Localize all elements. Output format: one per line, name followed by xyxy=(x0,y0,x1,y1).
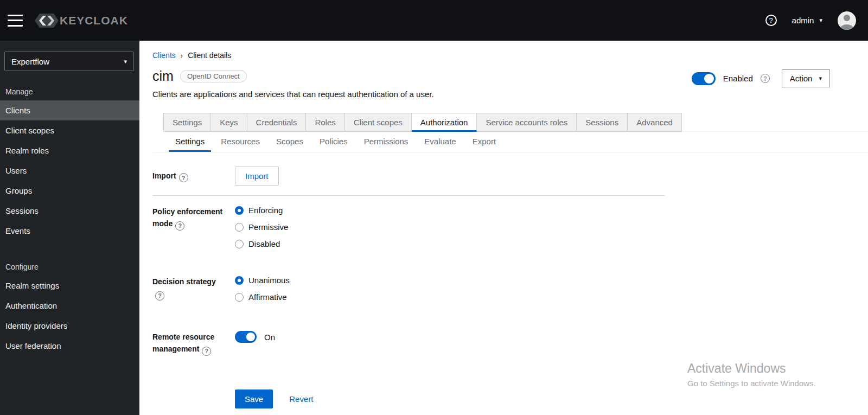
radio-unchecked-icon xyxy=(235,223,244,232)
policy-enforcement-help-icon[interactable]: ? xyxy=(175,221,184,231)
radio-label: Affirmative xyxy=(248,292,287,302)
remote-resource-help-icon[interactable]: ? xyxy=(202,347,211,356)
breadcrumb-clients-link[interactable]: Clients xyxy=(152,51,176,60)
breadcrumb: Clients › Client details xyxy=(152,41,868,60)
radio-disabled[interactable]: Disabled xyxy=(235,239,868,248)
radio-unchecked-icon xyxy=(235,240,244,248)
sidebar: Expertflow ▾ Manage Clients Client scope… xyxy=(0,41,139,415)
page-title: cim xyxy=(152,68,174,84)
user-name: admin xyxy=(792,16,814,25)
breadcrumb-separator-icon: › xyxy=(181,52,183,60)
subtab-policies[interactable]: Policies xyxy=(313,132,354,152)
remote-resource-label-col: Remote resource management? xyxy=(152,331,235,356)
watermark-line2: Go to Settings to activate Windows. xyxy=(687,379,816,388)
header-controls: Enabled ? Action ▾ xyxy=(692,69,830,87)
hamburger-icon[interactable] xyxy=(8,15,23,27)
tab-roles[interactable]: Roles xyxy=(306,113,344,132)
nav-section-configure: Configure xyxy=(0,255,139,276)
tab-credentials[interactable]: Credentials xyxy=(247,113,307,132)
sidebar-item-realm-roles[interactable]: Realm roles xyxy=(0,141,139,161)
keycloak-emblem-icon xyxy=(35,13,59,28)
sidebar-item-realm-settings[interactable]: Realm settings xyxy=(0,276,139,296)
policy-enforcement-label: Policy enforcement mode xyxy=(152,207,222,228)
chevron-down-icon: ▾ xyxy=(124,58,127,65)
tabs-spacer xyxy=(682,113,868,132)
subtab-settings[interactable]: Settings xyxy=(169,132,211,152)
main-content: Clients › Client details cim OpenID Conn… xyxy=(139,41,868,415)
radio-unchecked-icon xyxy=(235,293,244,302)
protocol-badge: OpenID Connect xyxy=(180,70,247,82)
action-dropdown[interactable]: Action ▾ xyxy=(782,69,830,87)
sidebar-item-sessions[interactable]: Sessions xyxy=(0,201,139,221)
page-description: Clients are applications and services th… xyxy=(152,90,868,99)
chevron-down-icon: ▾ xyxy=(819,75,822,82)
sidebar-item-authentication[interactable]: Authentication xyxy=(0,296,139,316)
main-tabs: Settings Keys Credentials Roles Client s… xyxy=(163,113,868,132)
import-button[interactable]: Import xyxy=(235,167,279,186)
tab-service-accounts-roles[interactable]: Service accounts roles xyxy=(477,113,577,132)
breadcrumb-current: Client details xyxy=(188,51,231,60)
remote-resource-state: On xyxy=(264,333,275,342)
topbar: KEYCLOAK ? admin ▾ xyxy=(0,0,868,41)
tab-client-scopes[interactable]: Client scopes xyxy=(345,113,412,132)
toggle-knob xyxy=(704,74,714,84)
remote-resource-toggle[interactable] xyxy=(235,331,257,343)
radio-label: Enforcing xyxy=(248,206,283,215)
watermark-line1: Activate Windows xyxy=(687,361,816,376)
radio-label: Disabled xyxy=(248,239,280,248)
realm-name: Expertflow xyxy=(11,57,49,66)
section-divider xyxy=(152,195,665,196)
decision-strategy-label-col: Decision strategy? xyxy=(152,276,235,309)
subtab-export[interactable]: Export xyxy=(466,132,502,152)
enabled-toggle[interactable] xyxy=(692,72,716,85)
save-button[interactable]: Save xyxy=(235,390,273,408)
import-label: Import xyxy=(152,171,176,180)
tab-authorization[interactable]: Authorization xyxy=(412,113,477,132)
sidebar-item-user-federation[interactable]: User federation xyxy=(0,336,139,356)
sidebar-item-clients[interactable]: Clients xyxy=(0,100,139,120)
radio-label: Unanimous xyxy=(248,276,290,285)
radio-label: Permissive xyxy=(248,222,288,232)
sidebar-item-client-scopes[interactable]: Client scopes xyxy=(0,120,139,141)
radio-checked-icon xyxy=(235,276,244,285)
sidebar-item-events[interactable]: Events xyxy=(0,221,139,241)
toggle-knob xyxy=(246,333,255,341)
tab-advanced[interactable]: Advanced xyxy=(628,113,682,132)
authorization-subtabs: Settings Resources Scopes Policies Permi… xyxy=(169,132,868,152)
decision-strategy-help-icon[interactable]: ? xyxy=(155,291,164,301)
radio-permissive[interactable]: Permissive xyxy=(235,222,868,232)
sidebar-item-groups[interactable]: Groups xyxy=(0,181,139,201)
import-help-icon[interactable]: ? xyxy=(179,173,188,182)
keycloak-logo: KEYCLOAK xyxy=(35,13,128,28)
avatar[interactable] xyxy=(838,11,856,30)
subtab-resources[interactable]: Resources xyxy=(214,132,266,152)
revert-link[interactable]: Revert xyxy=(289,394,313,404)
global-help-icon[interactable]: ? xyxy=(765,15,777,26)
brand-text: KEYCLOAK xyxy=(60,14,128,27)
tab-settings[interactable]: Settings xyxy=(163,113,211,132)
radio-checked-icon xyxy=(235,206,244,215)
subtab-evaluate[interactable]: Evaluate xyxy=(418,132,462,152)
subtabs-wrap: Settings Resources Scopes Policies Permi… xyxy=(152,132,868,152)
radio-unanimous[interactable]: Unanimous xyxy=(235,276,868,285)
radio-enforcing[interactable]: Enforcing xyxy=(235,206,868,215)
avatar-body-icon xyxy=(840,24,853,30)
sidebar-item-identity-providers[interactable]: Identity providers xyxy=(0,316,139,336)
chevron-down-icon: ▾ xyxy=(819,17,822,24)
radio-affirmative[interactable]: Affirmative xyxy=(235,292,868,302)
user-menu[interactable]: admin ▾ xyxy=(792,16,822,25)
subtab-scopes[interactable]: Scopes xyxy=(270,132,310,152)
import-label-col: Import? xyxy=(152,170,235,183)
subtab-permissions[interactable]: Permissions xyxy=(358,132,415,152)
decision-strategy-label: Decision strategy xyxy=(152,277,216,286)
enabled-help-icon[interactable]: ? xyxy=(761,74,770,83)
tab-sessions[interactable]: Sessions xyxy=(577,113,628,132)
tab-keys[interactable]: Keys xyxy=(211,113,247,132)
realm-selector[interactable]: Expertflow ▾ xyxy=(4,52,134,71)
nav-section-manage: Manage xyxy=(0,80,139,100)
avatar-head-icon xyxy=(844,15,850,21)
enabled-label: Enabled xyxy=(723,74,753,83)
policy-enforcement-label-col: Policy enforcement mode? xyxy=(152,206,235,256)
action-label: Action xyxy=(790,74,813,83)
sidebar-item-users[interactable]: Users xyxy=(0,161,139,181)
